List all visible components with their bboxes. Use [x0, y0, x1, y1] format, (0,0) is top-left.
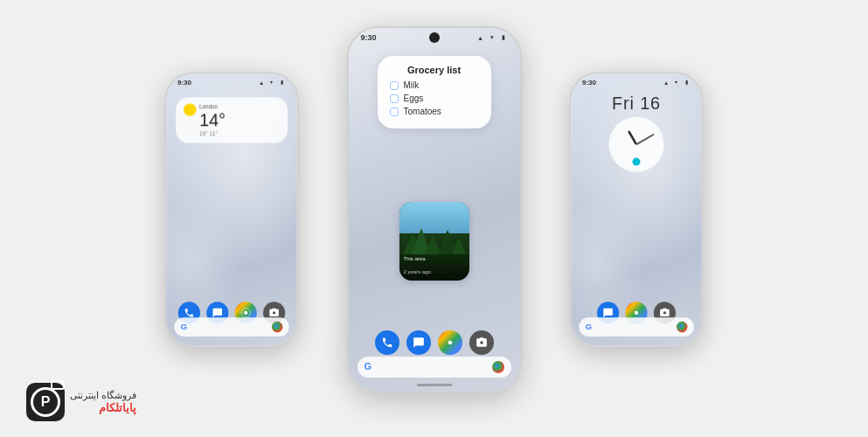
signal-icon: ▲ [663, 80, 670, 86]
grocery-item-tomatoes: Tomatoes [390, 107, 479, 116]
weather-range: 16° 11° [199, 131, 280, 136]
brand-bag-icon [51, 380, 65, 390]
svg-point-0 [244, 311, 247, 315]
milk-checkbox[interactable] [390, 81, 399, 90]
google-g-logo: G [181, 322, 192, 333]
memory-photo: This area 2 years ago [399, 202, 469, 281]
right-status-bar: 9:30 ▲ ▾ ▮ [571, 73, 701, 91]
camera-app-icon[interactable] [469, 330, 494, 355]
wifi-icon: ▾ [267, 80, 275, 86]
clock-face [609, 117, 664, 172]
grocery-title: Grocery list [390, 65, 479, 75]
left-search-bar[interactable]: G [174, 317, 288, 336]
weather-temperature: 14° [199, 111, 280, 131]
grocery-item-milk: Milk [390, 80, 479, 90]
memory-widget[interactable]: This area 2 years ago [399, 202, 469, 281]
center-status-time: 9:30 [361, 33, 377, 42]
weather-city: London [199, 104, 280, 109]
assistant-icon[interactable] [272, 322, 283, 333]
eggs-checkbox[interactable] [390, 94, 399, 103]
center-status-icons: ▲ ▾ ▮ [476, 34, 508, 41]
weather-widget: London 14° 16° 11° [176, 97, 288, 142]
home-indicator[interactable] [417, 384, 452, 386]
milk-label: Milk [404, 80, 420, 90]
assistant-icon[interactable] [677, 322, 688, 333]
brand-circle: P [31, 387, 60, 417]
signal-icon: ▲ [476, 34, 485, 41]
brand-icon: P [26, 383, 65, 421]
tomatoes-label: Tomatoes [404, 107, 441, 116]
brand-name: فروشگاه اینترنتی [70, 390, 136, 401]
clock-date: Fri 16 [612, 94, 661, 114]
brand-p-letter: P [41, 394, 51, 410]
memory-date: 2 years ago [404, 269, 431, 274]
svg-point-7 [448, 341, 452, 345]
right-status-time: 9:30 [582, 79, 596, 87]
wifi-icon: ▾ [672, 80, 680, 86]
center-dock [375, 330, 494, 355]
brand-slogan: پایاتلکام [70, 401, 136, 414]
left-status-time: 9:30 [177, 79, 191, 87]
brand-text: فروشگاه اینترنتی پایاتلکام [70, 390, 136, 414]
assistant-icon[interactable] [492, 361, 504, 373]
google-g-logo: G [365, 361, 377, 373]
right-search-bar[interactable]: G [579, 317, 693, 336]
tomatoes-checkbox[interactable] [390, 108, 399, 116]
battery-icon: ▮ [499, 34, 508, 41]
battery-icon: ▮ [278, 80, 286, 86]
clock-widget: Fri 16 [589, 94, 684, 172]
grocery-widget: Grocery list Milk Eggs Tomatoes [378, 56, 491, 128]
battery-icon: ▮ [683, 80, 691, 86]
left-status-bar: 9:30 ▲ ▾ ▮ [166, 73, 296, 91]
left-phone: 9:30 ▲ ▾ ▮ London 14° 16° 11° G [165, 73, 299, 348]
signal-icon: ▲ [258, 80, 266, 86]
google-g-logo: G [586, 322, 597, 333]
clock-accent-dot [633, 158, 641, 166]
center-phone: 9:30 ▲ ▾ ▮ Grocery list Milk Eggs Tomato… [347, 26, 522, 393]
brand-logo: P فروشگاه اینترنتی پایاتلکام [26, 383, 136, 421]
left-status-icons: ▲ ▾ ▮ [258, 80, 286, 86]
right-phone: 9:30 ▲ ▾ ▮ Fri 16 G [570, 73, 704, 348]
right-status-icons: ▲ ▾ ▮ [663, 80, 691, 86]
eggs-label: Eggs [404, 94, 424, 103]
camera-notch [429, 32, 440, 43]
center-search-bar[interactable]: G [358, 357, 511, 378]
messages-app-icon[interactable] [406, 330, 431, 355]
sun-icon [184, 104, 196, 116]
memory-location: This area [404, 256, 465, 261]
phone-app-icon[interactable] [375, 330, 399, 355]
memory-text: This area 2 years ago [399, 253, 469, 281]
chrome-app-icon[interactable] [438, 330, 462, 355]
svg-point-8 [635, 311, 638, 315]
wifi-icon: ▾ [488, 34, 496, 41]
grocery-item-eggs: Eggs [390, 94, 479, 103]
